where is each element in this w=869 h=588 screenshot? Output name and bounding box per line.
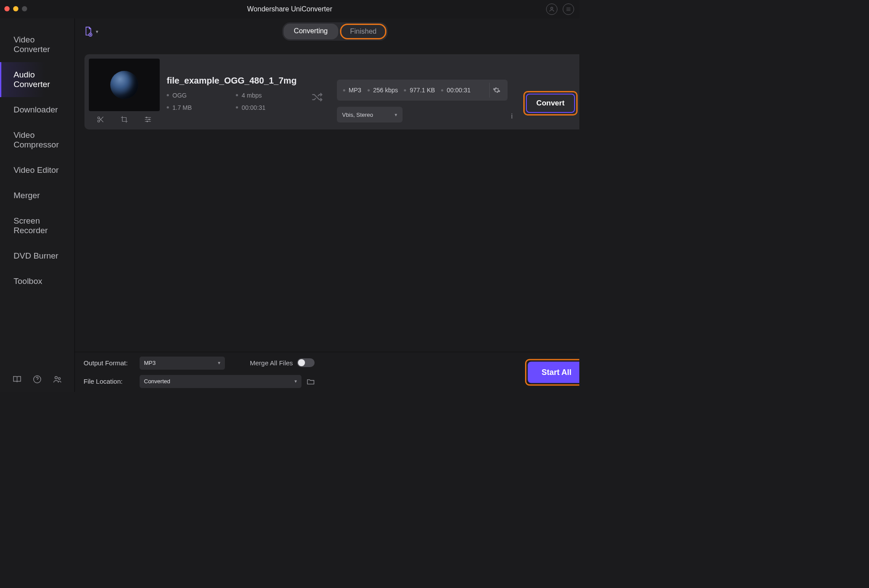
maximize-window-icon[interactable]	[22, 6, 27, 11]
source-duration: 00:00:31	[236, 104, 297, 111]
target-bitrate: 256 kbps	[368, 87, 398, 94]
sidebar-item-label: Merger	[14, 191, 40, 200]
main-panel: ▾ Converting Finished	[75, 18, 579, 392]
tab-converting[interactable]: Converting	[284, 24, 338, 39]
sidebar-item-label: Audio Converter	[14, 70, 50, 89]
file-name: file_example_OGG_480_1_7mg	[167, 76, 297, 86]
sidebar-footer	[0, 367, 74, 392]
sidebar-item-merger[interactable]: Merger	[0, 183, 74, 208]
svg-point-0	[551, 7, 553, 9]
audio-track-value: Vbis, Stereo	[342, 112, 373, 118]
tab-finished[interactable]: Finished	[340, 24, 386, 39]
target-format: MP3	[343, 87, 361, 94]
file-location-select[interactable]: Converted ▾	[140, 375, 301, 388]
source-filesize: 1.7 MB	[167, 104, 223, 111]
guide-icon[interactable]	[12, 374, 22, 384]
start-all-highlight: Start All	[525, 359, 579, 385]
community-icon[interactable]	[53, 374, 62, 384]
svg-point-9	[147, 121, 147, 122]
sidebar-item-video-editor[interactable]: Video Editor	[0, 158, 74, 183]
source-bitrate: 4 mbps	[236, 92, 297, 99]
sidebar-item-label: Toolbox	[14, 276, 42, 286]
app-title: Wondershare UniConverter	[247, 5, 332, 13]
settings-icon[interactable]	[489, 83, 504, 98]
help-icon[interactable]	[32, 374, 42, 384]
sidebar-item-label: DVD Burner	[14, 251, 58, 260]
merge-all-files: Merge All Files	[250, 358, 315, 367]
chevron-down-icon: ▾	[395, 112, 397, 118]
target-filesize: 977.1 KB	[404, 87, 435, 94]
top-toolbar: ▾ Converting Finished	[75, 18, 579, 45]
sidebar-item-downloader[interactable]: Downloader	[0, 97, 74, 122]
svg-point-7	[146, 117, 147, 118]
effects-icon[interactable]	[143, 115, 153, 124]
tab-label: Finished	[350, 28, 376, 35]
add-file-button[interactable]: ▾	[84, 26, 98, 37]
window-controls	[4, 6, 27, 11]
sidebar-item-dvd-burner[interactable]: DVD Burner	[0, 243, 74, 269]
status-tabs: Converting Finished	[282, 22, 388, 41]
output-format-select[interactable]: MP3 ▾	[140, 357, 225, 370]
sidebar-item-video-converter[interactable]: Video Converter	[0, 27, 74, 62]
file-location-label: File Location:	[84, 378, 135, 385]
title-bar: Wondershare UniConverter	[0, 0, 579, 18]
sidebar-item-toolbox[interactable]: Toolbox	[0, 269, 74, 294]
sidebar-item-video-compressor[interactable]: Video Compressor	[0, 122, 74, 158]
target-duration: 00:00:31	[441, 87, 471, 94]
sidebar-item-label: Video Converter	[14, 35, 50, 54]
earth-image	[110, 71, 138, 99]
minimize-window-icon[interactable]	[13, 6, 18, 11]
svg-point-2	[55, 377, 58, 379]
trim-icon[interactable]	[96, 115, 105, 124]
output-format-label: Output Format:	[84, 359, 135, 367]
merge-toggle[interactable]	[297, 358, 315, 367]
file-row: file_example_OGG_480_1_7mg OGG 4 mbps 1.…	[84, 54, 579, 130]
audio-track-select[interactable]: Vbis, Stereo ▾	[337, 107, 403, 122]
sidebar: Video Converter Audio Converter Download…	[0, 18, 75, 392]
sidebar-item-screen-recorder[interactable]: Screen Recorder	[0, 208, 74, 243]
info-icon[interactable]: i	[508, 112, 516, 120]
convert-button-highlight: Convert	[523, 91, 578, 116]
crop-icon[interactable]	[119, 115, 129, 124]
convert-button[interactable]: Convert	[526, 94, 575, 113]
sidebar-item-label: Video Compressor	[14, 130, 59, 149]
chevron-down-icon: ▾	[294, 378, 297, 384]
svg-point-8	[149, 119, 150, 120]
sidebar-item-label: Screen Recorder	[14, 216, 48, 235]
target-specs: MP3 256 kbps 977.1 KB 00:00:31	[337, 80, 508, 101]
sidebar-item-label: Video Editor	[14, 165, 59, 175]
source-specs: OGG 4 mbps 1.7 MB 00:00:31	[167, 92, 297, 111]
open-folder-icon[interactable]	[306, 377, 315, 386]
shuffle-icon[interactable]	[311, 91, 323, 103]
merge-label: Merge All Files	[250, 359, 293, 367]
support-icon[interactable]	[563, 4, 574, 15]
thumbnail[interactable]	[89, 59, 160, 111]
source-format: OGG	[167, 92, 223, 99]
account-icon[interactable]	[546, 4, 557, 15]
bottom-bar: Output Format: MP3 ▾ File Location: Conv…	[75, 352, 579, 392]
tab-label: Converting	[294, 27, 328, 35]
chevron-down-icon: ▾	[96, 29, 98, 35]
sidebar-item-audio-converter[interactable]: Audio Converter	[0, 62, 74, 97]
chevron-down-icon: ▾	[218, 360, 221, 366]
close-window-icon[interactable]	[4, 6, 10, 11]
sidebar-item-label: Downloader	[14, 105, 58, 114]
output-format-value: MP3	[144, 360, 156, 366]
svg-point-3	[58, 378, 60, 380]
start-all-button[interactable]: Start All	[528, 361, 579, 383]
file-location-value: Converted	[144, 378, 170, 385]
